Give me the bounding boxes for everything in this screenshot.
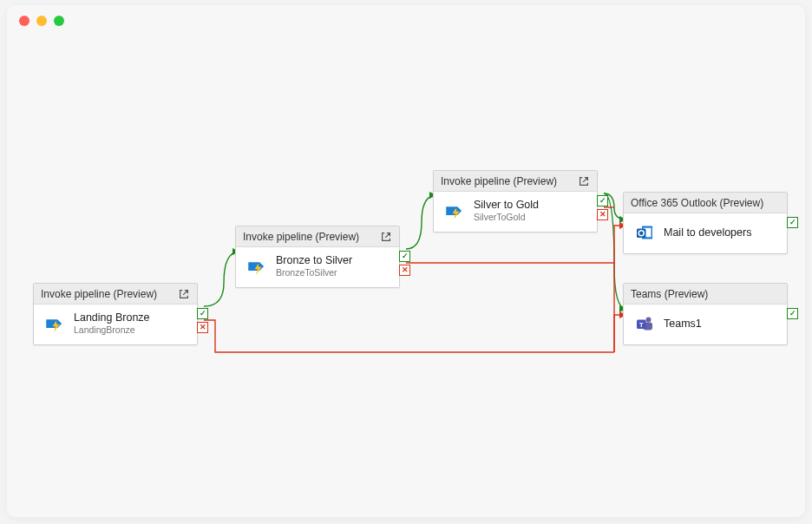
open-external-icon[interactable]: [380, 231, 392, 243]
node-header-label: Invoke pipeline (Preview): [441, 175, 557, 187]
node-header-label: Teams (Preview): [631, 288, 708, 300]
node-body: T Teams1: [624, 305, 787, 344]
svg-point-7: [646, 318, 652, 323]
node-subtitle: SilverToGold: [474, 212, 539, 223]
success-port[interactable]: [597, 195, 608, 206]
node-body: Silver to Gold SilverToGold: [434, 192, 597, 232]
success-port[interactable]: [787, 217, 798, 228]
node-outlook[interactable]: Office 365 Outlook (Preview) Mail to dev…: [623, 192, 788, 254]
node-header: Invoke pipeline (Preview): [34, 284, 197, 305]
node-teams[interactable]: Teams (Preview) T Teams1: [623, 283, 788, 345]
pipeline-icon: [442, 199, 467, 223]
node-bronze-to-silver[interactable]: Invoke pipeline (Preview) Bronze to Silv…: [235, 226, 400, 288]
node-header-label: Office 365 Outlook (Preview): [631, 197, 763, 209]
pipeline-canvas[interactable]: Invoke pipeline (Preview) Landing Bronze…: [7, 5, 805, 517]
teams-icon: T: [632, 311, 657, 336]
outlook-icon: [632, 220, 657, 245]
node-title: Landing Bronze: [74, 311, 150, 324]
success-port[interactable]: [399, 251, 410, 262]
node-subtitle: LandingBronze: [74, 324, 150, 336]
node-header: Invoke pipeline (Preview): [434, 171, 597, 192]
node-header: Invoke pipeline (Preview): [236, 226, 399, 247]
open-external-icon[interactable]: [578, 175, 590, 187]
svg-text:T: T: [639, 321, 644, 329]
node-body: Landing Bronze LandingBronze: [34, 305, 197, 344]
success-port[interactable]: [197, 308, 208, 319]
fail-port[interactable]: [197, 322, 208, 333]
node-header: Teams (Preview): [624, 284, 787, 305]
open-external-icon[interactable]: [178, 288, 190, 300]
pipeline-icon: [43, 311, 67, 336]
node-landing-bronze[interactable]: Invoke pipeline (Preview) Landing Bronze…: [33, 283, 198, 345]
pipeline-icon: [245, 254, 269, 278]
node-title: Teams1: [664, 318, 702, 331]
node-header-label: Invoke pipeline (Preview): [41, 288, 157, 300]
node-body: Bronze to Silver BronzeToSilver: [236, 247, 399, 287]
node-header: Office 365 Outlook (Preview): [624, 193, 787, 213]
node-silver-to-gold[interactable]: Invoke pipeline (Preview) Silver to Gold…: [433, 170, 598, 233]
fail-port[interactable]: [399, 265, 410, 276]
node-header-label: Invoke pipeline (Preview): [243, 231, 359, 243]
fail-port[interactable]: [597, 209, 608, 220]
success-port[interactable]: [787, 308, 798, 319]
node-title: Bronze to Silver: [276, 254, 352, 267]
node-title: Silver to Gold: [474, 199, 539, 212]
node-title: Mail to developers: [664, 226, 751, 239]
app-window: Invoke pipeline (Preview) Landing Bronze…: [7, 5, 805, 517]
node-subtitle: BronzeToSilver: [276, 267, 352, 278]
node-body: Mail to developers: [624, 213, 787, 253]
